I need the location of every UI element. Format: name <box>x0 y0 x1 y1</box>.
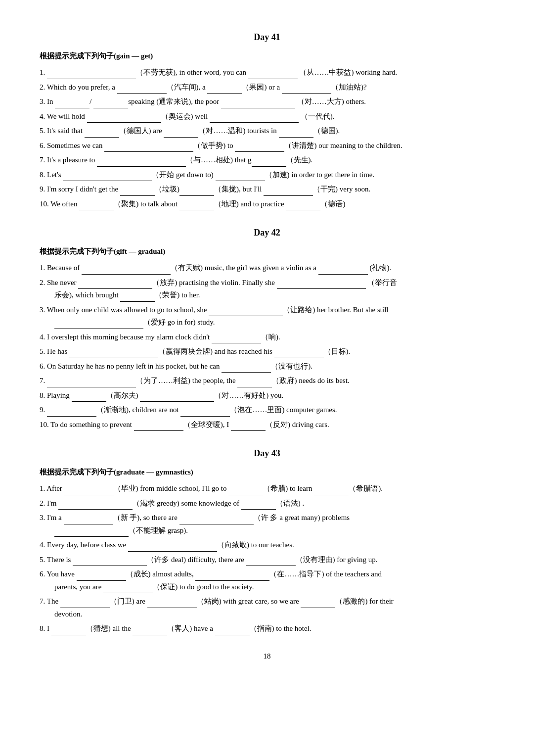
day41-header: 根据提示完成下列句子(gain — get) <box>40 50 494 63</box>
list-item: 7. It's a pleasure to （与……相处) that g（先生)… <box>40 154 494 167</box>
blank <box>301 600 335 608</box>
blank <box>248 71 298 79</box>
day43-exercises: 1. After （毕业) from middle school, I'll g… <box>40 482 494 635</box>
blank <box>279 130 313 138</box>
blank <box>64 517 113 524</box>
blank <box>82 267 171 275</box>
blank <box>179 188 214 196</box>
list-item: 2. She never （放弃) practising the violin.… <box>40 277 494 302</box>
blank <box>237 379 272 387</box>
blank <box>79 202 114 210</box>
day42-header: 根据提示完成下列句子(gift — gradual) <box>40 245 494 258</box>
blank <box>277 281 366 289</box>
list-item: 2. I'm （渴求 greedy) some knowledge of （语法… <box>40 497 494 510</box>
list-item: 1. （不劳无获), in other word, you can （从……中获… <box>40 66 494 79</box>
list-item: 4. We will hold （奥运会) well （一代代). <box>40 110 494 123</box>
blank <box>216 173 265 181</box>
blank <box>55 100 89 108</box>
blank <box>85 130 119 138</box>
blank <box>314 487 349 495</box>
blank <box>58 502 133 510</box>
list-item: 3. I'm a （新 手), so there are （许 多 a grea… <box>40 512 494 537</box>
list-item: 7. （为了……利益) the people, the （政府) needs d… <box>40 375 494 387</box>
page-number: 18 <box>40 650 494 663</box>
list-item: 8. Playing （高尔夫) （对……有好处) you. <box>40 389 494 402</box>
blank <box>228 487 263 495</box>
blank <box>47 71 136 79</box>
blank <box>140 394 214 402</box>
blank <box>120 294 155 302</box>
list-item: 5. He has （赢得两块金牌) and has reached his （… <box>40 345 494 358</box>
blank <box>274 350 324 358</box>
list-item: 8. I （猜想) all the （客人) have a （指南) to th… <box>40 622 494 635</box>
day43-header: 根据提示完成下列句子(graduate — gymnastics) <box>40 466 494 479</box>
blank <box>97 159 186 167</box>
blank <box>93 100 128 108</box>
list-item: 1. Because of （有天赋) music, the girl was … <box>40 262 494 275</box>
blank <box>215 627 250 635</box>
blank <box>69 350 158 358</box>
list-item: 9. （渐渐地), children are not （泡在……里面) comp… <box>40 404 494 417</box>
blank <box>128 544 217 552</box>
blank <box>72 394 106 402</box>
blank <box>318 267 368 275</box>
blank <box>209 308 283 316</box>
day43-title: Day 43 <box>40 446 494 461</box>
blank <box>60 600 110 608</box>
list-item: 4. I overslept this morning because my a… <box>40 331 494 344</box>
blank <box>222 365 271 373</box>
day41-section: Day 41 根据提示完成下列句子(gain — get) 1. （不劳无获),… <box>40 30 494 210</box>
list-item: 9. I'm sorry I didn't get the （垃圾)（集拢), … <box>40 183 494 196</box>
blank <box>63 173 152 181</box>
blank <box>87 115 161 123</box>
blank <box>264 188 313 196</box>
blank <box>282 86 331 94</box>
blank <box>179 517 254 524</box>
blank <box>73 558 147 566</box>
list-item: 4. Every day, before class we （向致敬) to o… <box>40 539 494 552</box>
blank <box>252 159 286 167</box>
list-item: 6. On Saturday he has no penny left in h… <box>40 360 494 373</box>
blank <box>78 281 152 289</box>
blank <box>235 144 284 152</box>
blank <box>221 100 295 108</box>
list-item: 2. Which do you prefer, a （汽车间), a （果园) … <box>40 81 494 94</box>
list-item: 3. In / speaking (通常来说), the poor （对……大方… <box>40 95 494 108</box>
blank <box>120 188 155 196</box>
list-item: 6. You have （成长) almost adults, （在……指导下)… <box>40 568 494 593</box>
blank <box>104 144 193 152</box>
list-item: 8. Let's （开始 get down to) （加速) in order … <box>40 169 494 182</box>
blank <box>179 202 214 210</box>
blank <box>210 115 299 123</box>
day42-section: Day 42 根据提示完成下列句子(gift — gradual) 1. Bec… <box>40 225 494 431</box>
list-item: 3. When only one child was allowed to go… <box>40 304 494 329</box>
blank <box>47 409 96 417</box>
day43-section: Day 43 根据提示完成下列句子(graduate — gymnastics)… <box>40 446 494 635</box>
blank <box>77 573 126 581</box>
blank <box>212 335 261 343</box>
list-item: 10. We often （聚集) to talk about （地理) and… <box>40 198 494 211</box>
blank <box>134 423 183 431</box>
blank <box>103 585 153 593</box>
blank <box>133 627 167 635</box>
blank <box>64 487 114 495</box>
list-item: 7. The （门卫) are （站岗) with great care, so… <box>40 595 494 620</box>
blank <box>54 321 143 329</box>
day42-exercises: 1. Because of （有天赋) music, the girl was … <box>40 262 494 431</box>
page-container: Day 41 根据提示完成下列句子(gain — get) 1. （不劳无获),… <box>40 30 494 662</box>
blank <box>51 627 86 635</box>
blank <box>195 573 269 581</box>
day41-exercises: 1. （不劳无获), in other word, you can （从……中获… <box>40 66 494 210</box>
blank <box>246 558 296 566</box>
day41-title: Day 41 <box>40 30 494 45</box>
blank <box>286 202 320 210</box>
list-item: 6. Sometimes we can （做手势) to （讲清楚) our m… <box>40 140 494 152</box>
blank <box>54 529 129 537</box>
blank <box>117 86 167 94</box>
list-item: 10. To do something to prevent （全球变暖), I… <box>40 419 494 431</box>
blank <box>231 423 266 431</box>
blank <box>47 379 136 387</box>
blank <box>147 600 197 608</box>
day42-title: Day 42 <box>40 225 494 240</box>
list-item: 1. After （毕业) from middle school, I'll g… <box>40 482 494 495</box>
